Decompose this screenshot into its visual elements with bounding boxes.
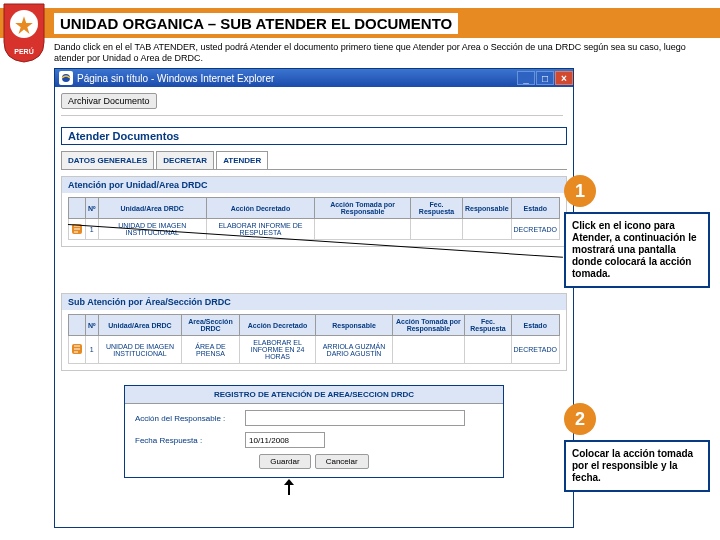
svg-text:PERÚ: PERÚ: [14, 47, 33, 55]
close-button[interactable]: ×: [555, 71, 573, 85]
cell: 1: [86, 219, 99, 240]
th: Acción Decretado: [239, 315, 316, 336]
th: Acción Decretado: [206, 198, 314, 219]
cell: ELABORAR EL INFORME EN 24 HORAS: [239, 336, 316, 364]
th: Nº: [86, 315, 99, 336]
cell: UNIDAD DE IMAGEN INSTITUCIONAL: [98, 336, 182, 364]
table-row: 1 UNIDAD DE IMAGEN INSTITUCIONAL ÁREA DE…: [69, 336, 560, 364]
input-fecha[interactable]: [245, 432, 325, 448]
archivar-button[interactable]: Archivar Documento: [61, 93, 157, 109]
cell: 1: [86, 336, 99, 364]
label-accion: Acción del Responsable :: [135, 414, 245, 423]
th: Nº: [86, 198, 99, 219]
table-header-row: Nº Unidad/Area DRDC Area/Sección DRDC Ac…: [69, 315, 560, 336]
th: Fec. Respuesta: [465, 315, 511, 336]
tab-decretar[interactable]: DECRETAR: [156, 151, 214, 169]
pointer-arrow-icon: [285, 479, 295, 495]
svg-point-2: [62, 74, 70, 82]
form-row-accion: Acción del Responsable :: [135, 410, 493, 426]
cell: [465, 336, 511, 364]
registro-dialog: REGISTRO DE ATENCIÓN DE AREA/SECCION DRD…: [124, 385, 504, 478]
cancelar-button[interactable]: Cancelar: [315, 454, 369, 469]
label-fecha: Fecha Respuesta :: [135, 436, 245, 445]
th: Area/Sección DRDC: [182, 315, 239, 336]
tab-bar: DATOS GENERALES DECRETAR ATENDER: [61, 151, 567, 170]
callout-badge-1: 1: [564, 175, 596, 207]
guardar-button[interactable]: Guardar: [259, 454, 310, 469]
ie-icon: [59, 71, 73, 85]
cell: DECRETADO: [511, 336, 559, 364]
divider: [61, 115, 563, 116]
panel-title-2: Sub Atención por Área/Sección DRDC: [62, 294, 566, 310]
browser-window: Página sin título - Windows Internet Exp…: [54, 68, 574, 528]
panel-atencion-unidad: Atención por Unidad/Area DRDC Nº Unidad/…: [61, 176, 567, 247]
panel-title-1: Atención por Unidad/Area DRDC: [62, 177, 566, 193]
cell: [315, 219, 411, 240]
table-unidad: Nº Unidad/Area DRDC Acción Decretado Acc…: [68, 197, 560, 240]
atender-icon[interactable]: [71, 343, 83, 355]
browser-content: Archivar Documento Atender Documentos DA…: [55, 87, 573, 527]
th: Estado: [511, 315, 559, 336]
window-titlebar: Página sin título - Windows Internet Exp…: [55, 69, 573, 87]
intro-text: Dando click en el el TAB ATENDER, usted …: [54, 42, 690, 65]
registro-title: REGISTRO DE ATENCIÓN DE AREA/SECCION DRD…: [125, 386, 503, 404]
window-title: Página sin título - Windows Internet Exp…: [77, 73, 516, 84]
cell: [392, 336, 465, 364]
tab-datos-generales[interactable]: DATOS GENERALES: [61, 151, 154, 169]
th: Unidad/Area DRDC: [98, 315, 182, 336]
callout-text-2: Colocar la acción tomada por el responsi…: [564, 440, 710, 492]
logo-peru-shield: PERÚ: [2, 2, 46, 64]
input-accion[interactable]: [245, 410, 465, 426]
section-title: Atender Documentos: [61, 127, 567, 145]
th: Unidad/Area DRDC: [98, 198, 206, 219]
cell: ÁREA DE PRENSA: [182, 336, 239, 364]
th: Responsable: [462, 198, 511, 219]
cell: [462, 219, 511, 240]
th: Responsable: [316, 315, 392, 336]
th: Acción Tomada por Responsable: [315, 198, 411, 219]
table-header-row: Nº Unidad/Area DRDC Acción Decretado Acc…: [69, 198, 560, 219]
minimize-button[interactable]: _: [517, 71, 535, 85]
page-title: UNIDAD ORGANICA – SUB ATENDER EL DOCUMEN…: [54, 13, 458, 34]
callout-badge-2: 2: [564, 403, 596, 435]
tab-atender[interactable]: ATENDER: [216, 151, 268, 169]
th: Estado: [511, 198, 559, 219]
panel-sub-atencion: Sub Atención por Área/Sección DRDC Nº Un…: [61, 293, 567, 371]
maximize-button[interactable]: □: [536, 71, 554, 85]
cell: DECRETADO: [511, 219, 559, 240]
cell: ARRIOLA GUZMÁN DARIO AGUSTÍN: [316, 336, 392, 364]
table-seccion: Nº Unidad/Area DRDC Area/Sección DRDC Ac…: [68, 314, 560, 364]
cell: [411, 219, 463, 240]
callout-text-1: Click en el icono para Atender, a contin…: [564, 212, 710, 288]
th: Fec. Respuesta: [411, 198, 463, 219]
form-row-fecha: Fecha Respuesta :: [135, 432, 493, 448]
form-actions: Guardar Cancelar: [125, 454, 503, 469]
th: Acción Tomada por Responsable: [392, 315, 465, 336]
